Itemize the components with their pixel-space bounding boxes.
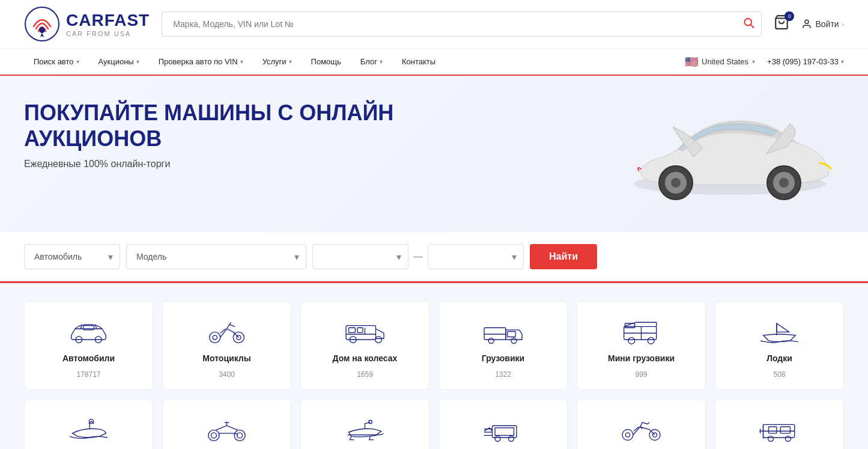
svg-rect-23 bbox=[349, 328, 356, 332]
svg-point-45 bbox=[625, 432, 630, 436]
svg-point-5 bbox=[805, 20, 809, 23]
search-input[interactable] bbox=[162, 11, 762, 37]
svg-rect-24 bbox=[357, 328, 363, 332]
car-illustration bbox=[616, 82, 844, 226]
category-card-mini-truck[interactable]: Мини грузовики 999 bbox=[577, 301, 706, 390]
nav-item-blog[interactable]: Блог ▾ bbox=[351, 49, 392, 75]
category-name-boat: Лодки bbox=[766, 353, 792, 363]
year-range: — bbox=[312, 244, 524, 269]
category-card-motorbike[interactable]: Мотобайки 17 bbox=[577, 399, 706, 449]
svg-point-43 bbox=[622, 429, 633, 440]
country-selector[interactable]: 🇺🇸 United States ▾ bbox=[685, 55, 755, 69]
nav-arrow-2: ▾ bbox=[240, 58, 243, 65]
hero-subtitle: Ежедневные 100% онлайн-торги bbox=[24, 159, 475, 170]
nav-right: 🇺🇸 United States ▾ +38 (095) 197-03-33 ▾ bbox=[685, 55, 844, 69]
phone-number: +38 (095) 197-03-33 ▾ bbox=[767, 57, 844, 66]
svg-rect-25 bbox=[484, 328, 506, 340]
nav-arrow-1: ▾ bbox=[136, 58, 139, 65]
nav-item-vin[interactable]: Проверка авто по VIN ▾ bbox=[149, 49, 253, 75]
hero-section: ПОКУПАЙТЕ МАШИНЫ С ОНЛАЙН АУКЦИОНОВ Ежед… bbox=[0, 76, 868, 232]
search-bar bbox=[162, 11, 762, 37]
country-arrow: ▾ bbox=[752, 58, 755, 65]
svg-point-12 bbox=[779, 178, 789, 188]
header: CARFAST CAR FROM USA 0 Войти bbox=[0, 0, 868, 49]
category-count-rv: 1659 bbox=[357, 370, 373, 379]
nav-arrow-3: ▾ bbox=[289, 58, 292, 65]
category-count-truck: 1322 bbox=[495, 370, 511, 379]
svg-point-31 bbox=[648, 337, 654, 344]
category-name-motorcycle: Мотоциклы bbox=[202, 353, 250, 363]
nav-left: Поиск авто ▾ Аукционы ▾ Проверка авто по… bbox=[24, 49, 685, 75]
svg-rect-42 bbox=[495, 427, 514, 435]
hero-car-image bbox=[616, 82, 844, 226]
svg-point-41 bbox=[509, 436, 514, 441]
category-card-motorcycle[interactable]: Мотоциклы 3400 bbox=[162, 301, 291, 390]
year-to-wrapper bbox=[428, 244, 524, 269]
svg-point-30 bbox=[628, 337, 635, 344]
hero-content: ПОКУПАЙТЕ МАШИНЫ С ОНЛАЙН АУКЦИОНОВ Ежед… bbox=[24, 100, 475, 170]
category-icon-mini-truck bbox=[618, 316, 666, 346]
category-card-atv[interactable]: Квадроцикл 638 bbox=[162, 399, 291, 449]
model-select[interactable]: Модель bbox=[126, 244, 306, 269]
category-icon-rv bbox=[341, 316, 389, 346]
nav-item-auctions[interactable]: Аукционы ▾ bbox=[89, 49, 149, 75]
category-card-trailer[interactable]: Трейлеры 836 bbox=[715, 399, 844, 449]
navigation: Поиск авто ▾ Аукционы ▾ Проверка авто по… bbox=[0, 49, 868, 76]
svg-point-1 bbox=[39, 27, 45, 33]
phone-arrow: ▾ bbox=[841, 58, 844, 65]
svg-point-19 bbox=[237, 335, 241, 339]
category-icon-truck bbox=[479, 316, 527, 346]
categories-grid: Автомобили 178717 Мотоциклы 3400 Дом на … bbox=[24, 301, 844, 449]
search-submit-button[interactable] bbox=[742, 17, 754, 32]
login-button[interactable]: Войти › bbox=[801, 19, 844, 29]
svg-point-27 bbox=[511, 338, 517, 343]
svg-point-22 bbox=[375, 336, 382, 343]
svg-point-34 bbox=[208, 430, 219, 441]
category-icon-trailer bbox=[756, 414, 804, 444]
svg-point-48 bbox=[768, 436, 774, 441]
logo-icon bbox=[24, 6, 60, 42]
category-icon-atv bbox=[203, 414, 251, 444]
nav-item-search[interactable]: Поиск авто ▾ bbox=[24, 49, 89, 75]
category-icon-boat bbox=[756, 316, 804, 346]
logo-carfast: CARFAST bbox=[66, 11, 150, 30]
search-icon bbox=[742, 17, 754, 29]
category-card-truck[interactable]: Грузовики 1322 bbox=[439, 301, 568, 390]
login-label: Войти bbox=[815, 19, 839, 29]
category-card-rv[interactable]: Дом на колесах 1659 bbox=[300, 301, 429, 390]
year-from-select[interactable] bbox=[312, 244, 408, 269]
find-button[interactable]: Найти bbox=[530, 244, 597, 269]
svg-rect-50 bbox=[769, 427, 777, 433]
svg-rect-51 bbox=[780, 427, 790, 433]
model-wrapper: Модель bbox=[126, 244, 306, 269]
svg-rect-15 bbox=[83, 325, 94, 329]
vehicle-type-select[interactable]: Автомобиль bbox=[24, 244, 120, 269]
nav-item-contacts[interactable]: Контакты bbox=[392, 49, 445, 75]
cart-button[interactable]: 0 bbox=[774, 14, 789, 34]
login-arrow: › bbox=[842, 21, 844, 28]
logo-text-area: CARFAST CAR FROM USA bbox=[66, 11, 150, 37]
cart-badge: 0 bbox=[785, 11, 794, 21]
nav-arrow-0: ▾ bbox=[76, 58, 79, 65]
svg-rect-28 bbox=[508, 331, 516, 337]
header-right: 0 Войти › bbox=[774, 14, 844, 34]
category-card-boat[interactable]: Лодки 508 bbox=[715, 301, 844, 390]
svg-point-38 bbox=[369, 420, 372, 423]
category-count-boat: 508 bbox=[773, 370, 785, 379]
svg-point-16 bbox=[210, 332, 220, 343]
category-card-snowmobile[interactable]: Снегоходы 32 bbox=[300, 399, 429, 449]
category-card-special[interactable]: Спецтехника 43 bbox=[439, 399, 568, 449]
country-name: United States bbox=[702, 57, 748, 66]
nav-item-help[interactable]: Помощь bbox=[302, 49, 351, 75]
nav-item-services[interactable]: Услуги ▾ bbox=[253, 49, 302, 75]
category-name-rv: Дом на колесах bbox=[333, 353, 398, 363]
svg-line-3 bbox=[751, 25, 754, 28]
category-icon-snowmobile bbox=[341, 414, 389, 444]
svg-point-9 bbox=[671, 178, 681, 188]
category-card-car[interactable]: Автомобили 178717 bbox=[24, 301, 153, 390]
category-count-motorcycle: 3400 bbox=[219, 370, 235, 379]
hero-title: ПОКУПАЙТЕ МАШИНЫ С ОНЛАЙН АУКЦИОНОВ bbox=[24, 100, 475, 151]
logo-area: CARFAST CAR FROM USA bbox=[24, 6, 150, 42]
year-to-select[interactable] bbox=[428, 244, 524, 269]
category-card-jet-ski[interactable]: Водные мотоциклы 77 bbox=[24, 399, 153, 449]
